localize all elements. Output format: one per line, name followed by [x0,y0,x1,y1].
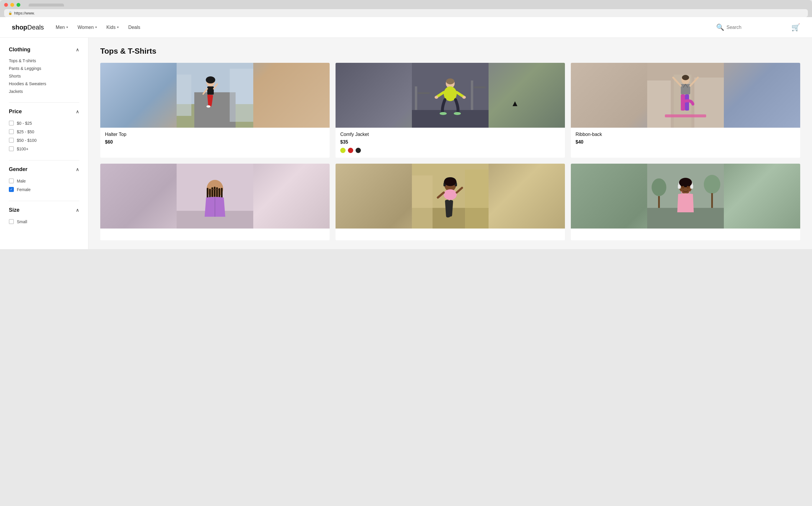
svg-rect-15 [415,86,417,110]
browser-tabs [28,4,64,6]
product-name-halter-top: Halter Top [105,132,325,137]
price-filter-header: Price ∧ [9,108,79,115]
svg-rect-14 [412,110,488,128]
main-layout: Clothing ∧ Tops & T-shirts Pants & Leggi… [0,38,812,249]
color-swatch-red[interactable] [348,148,353,153]
product-card-comfy-jacket[interactable]: ▲ Comfy Jacket $35 [336,63,565,158]
collapse-clothing-icon[interactable]: ∧ [76,47,79,53]
gender-filter: Gender ∧ Male Female [9,166,79,194]
product-image-comfy-jacket: ▲ [336,63,565,128]
divider [9,102,79,103]
minimize-button[interactable] [10,3,14,7]
filter-hoodies[interactable]: Hoodies & Sweaters [9,80,79,88]
price-filter-title: Price [9,108,22,115]
cart-icon[interactable]: 🛒 [791,23,800,31]
checkbox-0-25[interactable] [9,120,14,125]
nav-deals[interactable]: Deals [128,25,140,30]
collapse-gender-icon[interactable]: ∧ [76,167,79,172]
svg-point-62 [444,178,456,186]
gender-female[interactable]: Female [9,185,79,194]
divider-2 [9,160,79,160]
checkbox-female[interactable] [9,187,14,192]
svg-rect-29 [647,81,671,128]
nav-women[interactable]: Women ▾ [78,25,97,30]
svg-point-77 [679,178,692,187]
svg-point-27 [454,112,461,115]
svg-rect-18 [474,86,485,88]
svg-point-6 [206,76,215,83]
filter-tops[interactable]: Tops & T-shirts [9,57,79,65]
product-grid: Halter Top $60 [100,63,800,240]
collapse-size-icon[interactable]: ∧ [76,207,79,213]
product-card-6[interactable] [571,164,800,240]
filter-shorts[interactable]: Shorts [9,72,79,80]
gender-filter-header: Gender ∧ [9,166,79,172]
checkbox-25-50[interactable] [9,129,14,134]
product-card-halter-top[interactable]: Halter Top $60 [100,63,330,158]
collapse-price-icon[interactable]: ∧ [76,109,79,114]
svg-rect-32 [665,114,706,117]
svg-point-25 [462,96,466,99]
titlebar [4,3,808,7]
address-bar[interactable]: 🔒 https://www. [4,9,808,17]
gender-filter-title: Gender [9,166,27,172]
svg-rect-4 [230,69,253,122]
product-info-4 [100,229,330,240]
browser-tab[interactable] [28,4,64,6]
product-image-halter-top [100,63,330,128]
search-input[interactable] [726,25,774,30]
nav-kids[interactable]: Kids ▾ [106,25,119,30]
size-filter: Size ∧ Small [9,207,79,226]
product-card-ribbon-back[interactable]: Ribbon-back $40 [571,63,800,158]
svg-point-72 [704,175,720,194]
gender-male[interactable]: Male [9,177,79,185]
checkbox-male[interactable] [9,178,14,183]
clothing-filter: Clothing ∧ Tops & T-shirts Pants & Leggi… [9,47,79,95]
filter-jackets[interactable]: Jackets [9,88,79,95]
filter-pants[interactable]: Pants & Leggings [9,65,79,72]
product-info-5 [336,229,565,240]
checkbox-100-plus[interactable] [9,146,14,151]
product-card-4[interactable] [100,164,330,240]
checkbox-50-100[interactable] [9,138,14,143]
svg-rect-2 [194,92,236,128]
product-info-comfy-jacket: Comfy Jacket $35 [336,128,565,158]
close-button[interactable] [4,3,8,7]
size-small[interactable]: Small [9,217,79,226]
product-price-comfy-jacket: $35 [340,140,560,145]
product-image-ribbon-back [571,63,800,128]
price-0-25[interactable]: $0 - $25 [9,119,79,128]
price-100-plus[interactable]: $100+ [9,145,79,153]
product-price-halter-top: $60 [105,140,325,145]
search-icon: 🔍 [716,23,724,31]
svg-rect-17 [471,81,473,110]
svg-point-70 [652,178,666,196]
product-card-5[interactable] [336,164,565,240]
size-filter-title: Size [9,207,19,213]
svg-point-20 [446,78,454,84]
product-image-6 [571,164,800,229]
svg-point-63 [444,189,457,200]
price-filter: Price ∧ $0 - $25 $25 - $50 $50 - $100 [9,108,79,153]
color-swatches-comfy-jacket [340,148,560,153]
svg-rect-16 [418,92,430,94]
svg-rect-58 [465,170,488,229]
price-25-50[interactable]: $25 - $50 [9,128,79,136]
product-image-5 [336,164,565,229]
logo[interactable]: shopDeals [12,23,44,31]
content-area: Tops & T-Shirts [88,38,812,249]
price-50-100[interactable]: $50 - $100 [9,136,79,145]
chevron-down-icon: ▾ [95,25,97,29]
clothing-filter-title: Clothing [9,47,30,53]
color-swatch-black[interactable] [356,148,361,153]
chevron-down-icon: ▾ [117,25,119,29]
maximize-button[interactable] [16,3,20,7]
site-header: shopDeals Men ▾ Women ▾ Kids ▾ Deals 🔍 🛒 [0,17,812,38]
size-filter-header: Size ∧ [9,207,79,213]
nav-men[interactable]: Men ▾ [56,25,68,30]
product-info-ribbon-back: Ribbon-back $40 [571,128,800,153]
checkbox-small[interactable] [9,219,14,224]
main-nav: Men ▾ Women ▾ Kids ▾ Deals [56,25,704,30]
product-price-ribbon-back: $40 [575,140,796,145]
color-swatch-yellow[interactable] [340,148,346,153]
